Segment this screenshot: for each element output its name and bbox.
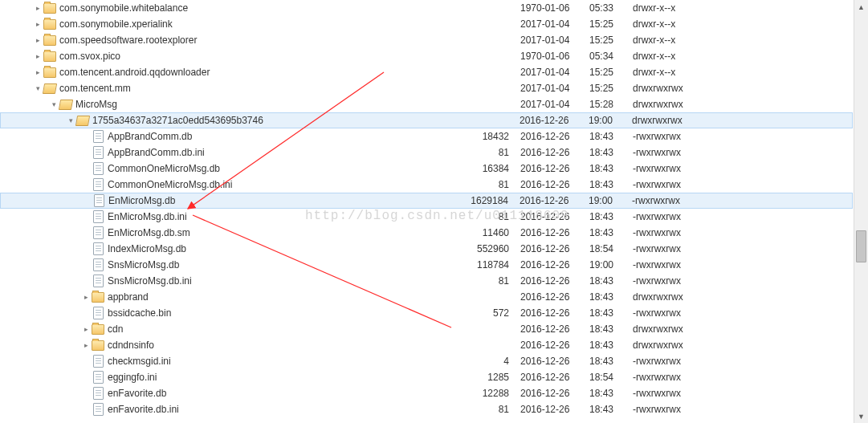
- row-date: 2016-12-26: [517, 273, 586, 289]
- row-permissions: drwxr-x--x: [630, 0, 713, 16]
- tree-file-row[interactable]: checkmsgid.ini42016-12-2618:43-rwxrwxrwx: [0, 353, 853, 369]
- tree-folder-row[interactable]: ▸com.svox.pico1970-01-0605:34drwxr-x--x: [0, 48, 853, 64]
- tree-file-row[interactable]: IndexMicroMsg.db5529602016-12-2618:54-rw…: [0, 241, 853, 257]
- folder-open-icon: [59, 100, 73, 110]
- tree-folder-row[interactable]: ▸appbrand2016-12-2618:43drwxrwxrwx: [0, 289, 853, 305]
- row-size: 11460: [453, 225, 517, 241]
- row-permissions: -rwxrwxrwx: [630, 353, 713, 369]
- tree-folder-row[interactable]: ▾MicroMsg2017-01-0415:28drwxrwxrwx: [0, 96, 853, 112]
- tree-file-row[interactable]: bssidcache.bin5722016-12-2618:43-rwxrwxr…: [0, 305, 853, 321]
- tree-folder-row[interactable]: ▸com.speedsoftware.rootexplorer2017-01-0…: [0, 32, 853, 48]
- row-date: 2016-12-26: [517, 209, 586, 225]
- collapse-toggle-icon[interactable]: ▾: [48, 96, 59, 112]
- file-icon: [93, 178, 104, 191]
- collapse-toggle-icon[interactable]: ▾: [32, 80, 43, 96]
- expand-toggle-icon[interactable]: ▸: [32, 64, 43, 80]
- folder-open-icon: [43, 83, 57, 94]
- vertical-scrollbar[interactable]: ▲ ▼: [854, 0, 868, 423]
- expand-toggle-icon[interactable]: ▸: [80, 289, 92, 305]
- file-icon: [93, 242, 104, 255]
- row-permissions: -rwxrwxrwx: [630, 177, 713, 193]
- tree-file-row[interactable]: enFavorite.db.ini812016-12-2618:43-rwxrw…: [0, 401, 853, 417]
- row-time: 18:43: [586, 161, 630, 177]
- tree-folder-row[interactable]: ▸com.sonymobile.whitebalance1970-01-0605…: [0, 0, 853, 16]
- expand-toggle-icon[interactable]: ▸: [32, 16, 43, 32]
- row-name: cdn: [108, 321, 453, 337]
- expand-toggle-icon[interactable]: ▸: [32, 32, 43, 48]
- tree-file-row[interactable]: CommonOneMicroMsg.db.ini812016-12-2618:4…: [0, 177, 853, 193]
- tree-file-row[interactable]: enFavorite.db122882016-12-2618:43-rwxrwx…: [0, 385, 853, 401]
- tree-file-row[interactable]: AppBrandComm.db184322016-12-2618:43-rwxr…: [0, 128, 853, 144]
- collapse-toggle-icon[interactable]: ▾: [65, 112, 76, 128]
- file-icon: [93, 130, 104, 143]
- row-time: 18:43: [586, 273, 630, 289]
- row-name: com.tencent.android.qqdownloader: [59, 64, 453, 80]
- row-time: 15:25: [586, 80, 630, 96]
- file-icon: [93, 258, 104, 271]
- scroll-thumb[interactable]: [856, 230, 866, 262]
- row-name: com.sonymobile.whitebalance: [59, 0, 453, 16]
- row-date: 2016-12-26: [517, 225, 586, 241]
- file-icon: [93, 403, 104, 416]
- row-time: 18:43: [586, 177, 630, 193]
- row-name: 1755a34637a3271ac0edd543695b3746: [92, 112, 452, 128]
- tree-file-row[interactable]: AppBrandComm.db.ini812016-12-2618:43-rwx…: [0, 144, 853, 161]
- row-name: com.speedsoftware.rootexplorer: [59, 32, 453, 48]
- tree-folder-row[interactable]: ▸cdndnsinfo2016-12-2618:43drwxrwxrwx: [0, 337, 853, 353]
- row-permissions: drwxrwxrwx: [630, 321, 713, 337]
- expand-toggle-icon[interactable]: ▸: [32, 48, 43, 64]
- row-time: 18:43: [586, 144, 630, 161]
- scroll-track[interactable]: [854, 14, 868, 409]
- row-icon: [92, 226, 104, 239]
- row-time: 19:00: [585, 193, 629, 209]
- tree-folder-row[interactable]: ▸com.sonymobile.xperialink2017-01-0415:2…: [0, 16, 853, 32]
- folder-icon: [92, 292, 104, 303]
- row-time: 05:34: [586, 48, 630, 64]
- row-permissions: -rwxrwxrwx: [630, 305, 713, 321]
- row-size: 16384: [453, 161, 517, 177]
- row-date: 2016-12-26: [517, 321, 586, 337]
- expand-toggle-icon[interactable]: ▸: [80, 321, 92, 337]
- row-name: SnsMicroMsg.db: [108, 257, 453, 273]
- file-icon: [93, 387, 104, 400]
- file-icon: [94, 194, 104, 207]
- tree-file-row[interactable]: SnsMicroMsg.db.ini812016-12-2618:43-rwxr…: [0, 273, 853, 289]
- tree-folder-row[interactable]: ▸cdn2016-12-2618:43drwxrwxrwx: [0, 321, 853, 337]
- row-icon: [92, 403, 104, 416]
- file-tree[interactable]: ▸com.sonymobile.whitebalance1970-01-0605…: [0, 0, 853, 423]
- row-name: enFavorite.db: [108, 385, 453, 401]
- tree-folder-row[interactable]: ▸com.tencent.android.qqdownloader2017-01…: [0, 64, 853, 80]
- row-date: 2016-12-26: [516, 112, 585, 128]
- row-name: com.svox.pico: [59, 48, 453, 64]
- row-size: 4: [453, 353, 517, 369]
- file-icon: [93, 371, 104, 384]
- tree-file-row[interactable]: EnMicroMsg.db.ini812016-12-2618:43-rwxrw…: [0, 209, 853, 225]
- row-icon: [92, 194, 105, 207]
- scroll-up-button[interactable]: ▲: [854, 0, 868, 14]
- tree-file-row[interactable]: EnMicroMsg.db.sm114602016-12-2618:43-rwx…: [0, 225, 853, 241]
- row-size: 1285: [453, 369, 517, 385]
- row-date: 2016-12-26: [517, 385, 586, 401]
- tree-file-row[interactable]: SnsMicroMsg.db1187842016-12-2619:00-rwxr…: [0, 257, 853, 273]
- row-date: 2016-12-26: [516, 193, 585, 209]
- tree-folder-row[interactable]: ▾com.tencent.mm2017-01-0415:25drwxrwxrwx: [0, 80, 853, 96]
- row-time: 18:43: [586, 128, 630, 144]
- expand-toggle-icon[interactable]: ▸: [32, 0, 43, 16]
- row-icon: [92, 146, 104, 159]
- row-name: eggingfo.ini: [108, 369, 453, 385]
- file-icon: [93, 226, 104, 239]
- row-date: 2016-12-26: [517, 305, 586, 321]
- row-date: 2016-12-26: [517, 177, 586, 193]
- tree-file-row[interactable]: CommonOneMicroMsg.db163842016-12-2618:43…: [0, 161, 853, 177]
- row-permissions: drwxrwxrwx: [630, 289, 713, 305]
- tree-file-row[interactable]: eggingfo.ini12852016-12-2618:54-rwxrwxrw…: [0, 369, 853, 385]
- expand-toggle-icon[interactable]: ▸: [80, 337, 92, 353]
- row-name: com.tencent.mm: [59, 80, 453, 96]
- tree-folder-row[interactable]: ▾1755a34637a3271ac0edd543695b37462016-12…: [0, 112, 853, 128]
- row-date: 2016-12-26: [517, 257, 586, 273]
- scroll-down-button[interactable]: ▼: [854, 409, 868, 423]
- tree-file-row[interactable]: EnMicroMsg.db16291842016-12-2619:00-rwxr…: [0, 193, 853, 209]
- row-date: 2016-12-26: [517, 161, 586, 177]
- file-icon: [93, 307, 104, 319]
- row-size: 12288: [453, 385, 517, 401]
